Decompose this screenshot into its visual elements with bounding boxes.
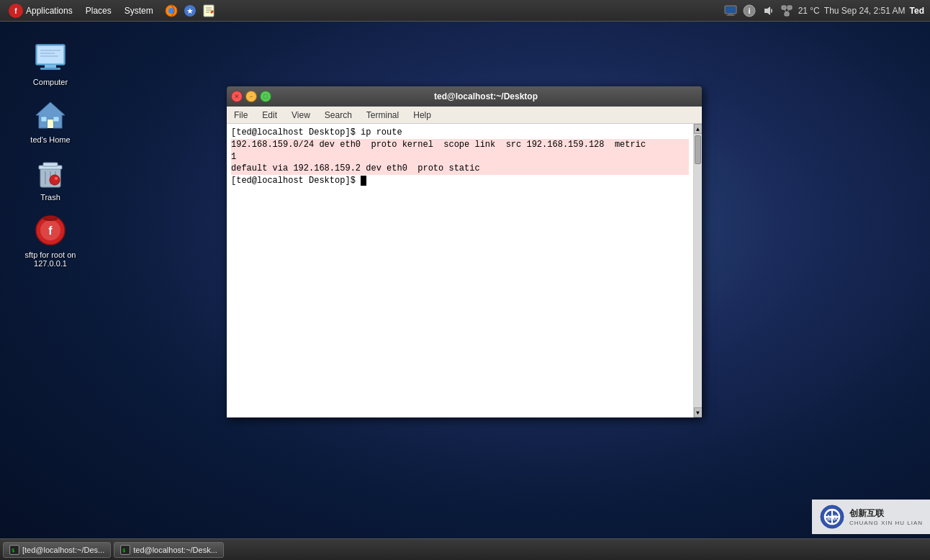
terminal-line-3: default via 192.168.159.2 dev eth0 proto… [231,163,689,175]
bookmark-icon[interactable]: ★ [182,3,198,19]
terminal-titlebar: ✕ − □ ted@localhost:~/Desktop [227,86,702,107]
terminal-line-2: 1 [231,151,689,163]
svg-line-21 [787,9,790,12]
terminal-menu-help[interactable]: Help [406,109,438,122]
svg-rect-18 [787,6,792,9]
svg-rect-11 [728,14,733,15]
terminal-line-0: [ted@localhost Desktop]$ ip route [231,127,689,139]
taskbar-task-label-1: ted@localhost:~/Desk... [133,546,217,554]
svg-text:i: i [748,6,750,15]
network-icon[interactable] [780,4,794,18]
terminal-menu-file[interactable]: File [227,109,255,122]
desktop-icons: Computer ted's Home [0,29,101,279]
titlebar-close-icon[interactable]: ✕ [231,91,243,102]
user-display[interactable]: Ted [910,6,924,16]
trash-icon-label: Trash [40,193,60,202]
task-terminal-icon-0: $ [9,545,19,555]
terminal-line-1: 192.168.159.0/24 dev eth0 proto kernel s… [231,139,689,151]
notepad-icon[interactable] [201,3,217,19]
svg-rect-35 [43,163,58,166]
taskbar-icons: ★ [159,3,217,19]
applications-label: Applications [26,6,73,16]
svg-text:$: $ [122,548,125,554]
svg-rect-12 [726,15,735,16]
sftp-icon-image: f [33,213,68,248]
terminal-menubar: File Edit View Search Terminal Help [227,107,702,124]
taskbar-bottom: $ [ted@localhost:~/Des... $ ted@localhos… [0,538,930,560]
titlebar-minimize-icon[interactable]: − [245,91,257,102]
places-label: Places [86,6,112,16]
scrollbar-up-button[interactable]: ▲ [694,124,703,134]
fedora-icon: f [9,4,23,18]
volume-icon[interactable] [761,4,775,18]
info-icon[interactable]: i [742,4,757,18]
desktop-icon-sftp[interactable]: f sftp for root on 127.0.0.1 [7,209,94,272]
svg-marker-16 [764,6,770,15]
svg-rect-25 [40,68,60,70]
terminal-menu-edit[interactable]: Edit [255,109,284,122]
terminal-cursor [361,176,366,186]
svg-text:$: $ [12,548,14,554]
taskbar-task-0[interactable]: $ [ted@localhost:~/Des... [3,542,111,558]
svg-rect-45 [46,217,55,220]
scrollbar-down-button[interactable]: ▼ [694,407,703,417]
taskbar-task-label-0: [ted@localhost:~/Des... [22,546,104,554]
taskbar-left: f Applications Places System [0,2,159,19]
task-terminal-icon-1: $ [120,545,130,555]
terminal-scrollbar[interactable]: ▲ ▼ [693,124,702,417]
taskbar-right: i 21 °C Thu Sep 24, 2:51 AM [723,4,930,18]
svg-point-40 [55,177,58,180]
titlebar-maximize-icon[interactable]: □ [260,91,271,102]
terminal-line-4: [ted@localhost Desktop]$ [231,175,689,187]
scrollbar-thumb[interactable] [695,135,701,164]
home-icon-image [33,98,68,132]
taskbar-top: f Applications Places System [0,0,930,22]
svg-line-20 [784,9,787,12]
computer-icon-image [33,40,68,75]
svg-rect-31 [53,117,59,122]
teds-home-icon-label: ted's Home [30,135,70,144]
svg-rect-23 [37,46,63,63]
svg-text:创联: 创联 [826,515,839,521]
branding-pinyin: CHUANG XIN HU LIAN [849,520,923,526]
trash-icon-image [33,155,68,190]
svg-rect-19 [785,12,789,16]
computer-icon-label: Computer [33,78,68,86]
svg-rect-13 [726,6,736,13]
branding-text: 创新互联 CHUANG XIN HU LIAN [849,507,923,526]
svg-text:f: f [48,225,53,237]
terminal-content[interactable]: [ted@localhost Desktop]$ ip route 192.16… [227,124,702,417]
desktop-icon-trash[interactable]: Trash [7,151,94,206]
datetime-display: Thu Sep 24, 2:51 AM [824,6,906,16]
terminal-title: ted@localhost:~/Desktop [274,91,698,101]
terminal-window: ✕ − □ ted@localhost:~/Desktop File Edit … [227,86,702,417]
applications-menu[interactable]: f Applications [3,2,78,19]
branding-logo: 创联 [819,504,845,530]
svg-text:★: ★ [186,6,194,15]
branding-chinese: 创新互联 [849,507,923,520]
desktop-icon-teds-home[interactable]: ted's Home [7,94,94,148]
screensaver-icon[interactable] [723,4,738,18]
terminal-menu-terminal[interactable]: Terminal [359,109,406,122]
svg-point-39 [50,175,60,185]
places-menu[interactable]: Places [80,4,117,17]
desktop: f Applications Places System [0,0,930,560]
svg-rect-17 [782,6,786,9]
terminal-text-area[interactable]: [ted@localhost Desktop]$ ip route 192.16… [227,124,693,417]
branding: 创联 创新互联 CHUANG XIN HU LIAN [812,500,930,534]
temperature-display: 21 °C [798,6,820,16]
terminal-menu-search[interactable]: Search [317,109,359,122]
svg-rect-24 [45,65,56,68]
svg-rect-32 [41,117,47,122]
system-label: System [125,6,153,16]
firefox-icon[interactable] [163,3,179,19]
system-menu[interactable]: System [119,4,159,17]
desktop-icon-computer[interactable]: Computer [7,36,94,91]
svg-rect-30 [48,119,53,128]
sftp-icon-label: sftp for root on 127.0.0.1 [12,250,89,268]
scrollbar-track[interactable] [694,134,702,407]
terminal-menu-view[interactable]: View [284,109,317,122]
taskbar-task-1[interactable]: $ ted@localhost:~/Desk... [114,542,224,558]
